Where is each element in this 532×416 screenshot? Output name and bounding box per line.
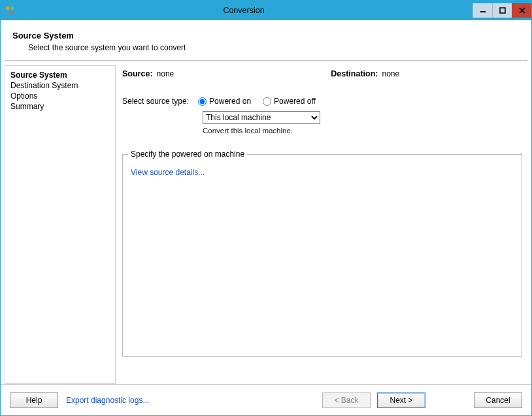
next-button[interactable]: Next > (377, 392, 425, 408)
sidebar-item-summary[interactable]: Summary (10, 101, 110, 112)
page-title: Source System (12, 31, 520, 40)
svg-rect-2 (6, 11, 9, 14)
app-icon (5, 5, 15, 16)
source-machine-dropdown[interactable]: This local machine (203, 111, 320, 124)
wizard-footer: Help Export diagnostic logs... < Back Ne… (1, 384, 531, 415)
radio-powered-off-label: Powered off (274, 97, 316, 106)
radio-powered-on[interactable]: Powered on (198, 97, 251, 106)
source-label: Source: (122, 69, 153, 78)
svg-rect-0 (6, 7, 9, 10)
sidebar-item-options[interactable]: Options (10, 91, 110, 101)
radio-powered-off[interactable]: Powered off (263, 97, 316, 106)
wizard-header: Source System Select the source system y… (1, 20, 531, 60)
export-diagnostic-logs-link[interactable]: Export diagnostic logs... (66, 396, 149, 405)
source-type-radio-group: Powered on Powered off (198, 97, 316, 106)
sidebar-item-destination-system[interactable]: Destination System (10, 80, 110, 91)
source-value: none (157, 69, 175, 78)
svg-rect-3 (10, 11, 14, 14)
help-button[interactable]: Help (10, 392, 58, 408)
destination-value: none (382, 69, 399, 78)
window-title: Conversion (15, 6, 473, 15)
source-destination-row: Source: none Destination: none (122, 69, 522, 78)
specify-machine-fieldset: Specify the powered on machine View sour… (122, 154, 522, 357)
back-button: < Back (322, 392, 371, 408)
destination-group: Destination: none (331, 69, 399, 78)
window-controls (473, 3, 531, 18)
wizard-body: Source System Destination System Options… (1, 61, 531, 384)
radio-powered-off-input[interactable] (263, 97, 271, 106)
cancel-button[interactable]: Cancel (474, 392, 522, 408)
page-subtitle: Select the source system you want to con… (28, 43, 520, 52)
radio-powered-on-input[interactable] (198, 97, 207, 106)
close-button[interactable] (512, 3, 531, 18)
svg-rect-5 (500, 8, 505, 13)
source-group: Source: none (122, 69, 174, 78)
radio-powered-on-label: Powered on (209, 97, 251, 106)
wizard-main-panel: Source: none Destination: none Select so… (120, 65, 527, 384)
view-source-details-link[interactable]: View source details... (131, 168, 205, 177)
conversion-wizard-window: Conversion Source System Select the sour… (0, 0, 532, 416)
fieldset-legend: Specify the powered on machine (128, 150, 247, 159)
minimize-button[interactable] (473, 3, 492, 18)
titlebar: Conversion (1, 1, 531, 20)
wizard-steps-sidebar: Source System Destination System Options… (5, 65, 116, 384)
sidebar-item-source-system[interactable]: Source System (10, 70, 110, 80)
select-source-type-row: Select source type: Powered on Powered o… (122, 97, 522, 106)
destination-label: Destination: (331, 69, 378, 78)
svg-rect-1 (10, 7, 14, 10)
footer-left: Help Export diagnostic logs... (10, 392, 149, 408)
source-machine-dropdown-row: This local machine (203, 111, 522, 124)
maximize-button[interactable] (492, 3, 512, 18)
helper-text: Convert this local machine. (203, 127, 522, 135)
select-source-type-label: Select source type: (122, 97, 189, 106)
